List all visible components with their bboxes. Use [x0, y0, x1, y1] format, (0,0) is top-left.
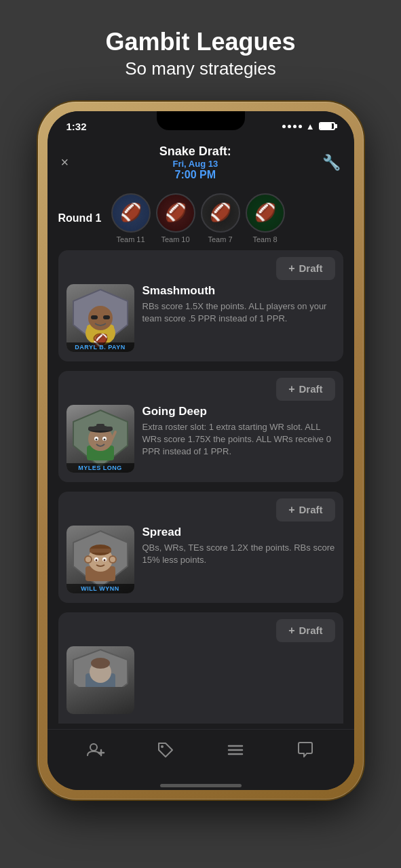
phone-inner: 1:32 ▲ × Snake Draft: Fri, Aug 13 7:00 P…: [47, 111, 354, 790]
draft-time: 7:00 PM: [159, 169, 231, 181]
close-button[interactable]: ×: [61, 155, 69, 170]
card-body-partial: [58, 646, 343, 724]
team-avatar-8: 🏈: [246, 193, 285, 233]
plus-icon: +: [288, 383, 294, 395]
page-title: Gambit Leagues: [105, 27, 295, 56]
svg-rect-23: [90, 549, 111, 553]
football-icon: 🏈: [165, 202, 187, 223]
battery-fill: [320, 123, 332, 129]
page-subtitle: So many strategies: [105, 56, 295, 81]
plus-icon: +: [288, 262, 294, 275]
plus-icon: +: [288, 504, 294, 516]
strategy-card-going-deep: + Draft: [58, 371, 343, 482]
character-svg-going-deep: [66, 405, 134, 473]
add-player-icon: [86, 741, 105, 760]
status-time: 1:32: [66, 121, 87, 132]
card-body-smashmouth: DARYL B. PAYN Smashmouth RBs score 1.5X …: [58, 284, 343, 361]
phone-frame: 1:32 ▲ × Snake Draft: Fri, Aug 13 7:00 P…: [38, 102, 364, 800]
svg-point-28: [95, 559, 97, 561]
card-body-spread: WILL WYNN Spread QBs, WRs, TEs score 1.2…: [58, 526, 343, 603]
strategy-desc-going-deep: Extra roster slot: 1 extra starting WR s…: [142, 421, 335, 458]
team-label-11: Team 11: [116, 235, 145, 243]
svg-point-34: [90, 744, 97, 751]
card-top-partial: + Draft: [58, 612, 343, 646]
football-icon: 🏈: [120, 202, 142, 223]
status-icons: ▲: [282, 121, 335, 132]
character-name-smashmouth: DARYL B. PAYN: [66, 342, 134, 352]
svg-point-6: [94, 334, 107, 343]
strategy-info-spread: Spread QBs, WRs, TEs score 1.2X the poin…: [142, 526, 335, 566]
settings-button[interactable]: 🔧: [322, 154, 341, 172]
card-top-spread: + Draft: [58, 492, 343, 526]
round-row: Round 1 🏈 Team 11 🏈 Team 10 🏈 Team 7: [47, 186, 354, 250]
team-item-7[interactable]: 🏈 Team 7: [201, 193, 240, 243]
team-item-8[interactable]: 🏈 Team 8: [246, 193, 285, 243]
strategy-card-smashmouth: + Draft: [58, 250, 343, 361]
draft-label-smashmouth: Draft: [299, 262, 322, 274]
draft-title: Snake Draft:: [159, 144, 231, 159]
draft-button-spread[interactable]: + Draft: [276, 498, 335, 521]
team-avatar-7: 🏈: [201, 193, 240, 233]
avatar-going-deep: MYLES LONG: [66, 405, 134, 473]
nav-item-chat[interactable]: [296, 741, 315, 760]
draft-button-smashmouth[interactable]: + Draft: [276, 257, 335, 280]
strategy-list: + Draft: [47, 250, 354, 603]
plus-icon: +: [288, 625, 294, 637]
strategy-desc-smashmouth: RBs score 1.5X the points. ALL players o…: [142, 300, 335, 325]
football-icon: 🏈: [210, 202, 231, 223]
strategy-name-smashmouth: Smashmouth: [142, 284, 335, 298]
team-avatar-11: 🏈: [111, 193, 151, 233]
svg-rect-5: [103, 315, 110, 319]
notch: [157, 111, 245, 130]
team-avatar-10: 🏈: [156, 193, 195, 233]
avatar-spread: WILL WYNN: [66, 526, 134, 593]
strategy-name-spread: Spread: [142, 526, 335, 539]
draft-button-going-deep[interactable]: + Draft: [276, 378, 335, 401]
card-top-smashmouth: + Draft: [58, 250, 343, 284]
tag-icon: [156, 741, 175, 760]
draft-label-spread: Draft: [299, 504, 322, 515]
svg-rect-4: [91, 315, 98, 319]
strategy-info-smashmouth: Smashmouth RBs score 1.5X the points. AL…: [142, 284, 335, 325]
app-header: × Snake Draft: Fri, Aug 13 7:00 PM 🔧: [47, 136, 354, 186]
avatar-smashmouth: DARYL B. PAYN: [66, 284, 134, 352]
round-label: Round 1: [58, 212, 106, 224]
nav-item-tag[interactable]: [156, 741, 175, 760]
draft-label-going-deep: Draft: [299, 383, 322, 395]
team-item-11[interactable]: 🏈 Team 11: [111, 193, 151, 243]
signal-dots: [282, 125, 302, 128]
nav-item-add-player[interactable]: [86, 741, 105, 760]
character-svg-spread: [66, 526, 134, 593]
draft-button-partial[interactable]: + Draft: [276, 619, 335, 642]
svg-point-16: [95, 438, 97, 440]
strategy-desc-spread: QBs, WRs, TEs score 1.2X the points. RBs…: [142, 542, 335, 566]
draft-label-partial: Draft: [299, 625, 322, 636]
card-body-going-deep: MYLES LONG Going Deep Extra roster slot:…: [58, 405, 343, 482]
team-label-10: Team 10: [161, 235, 189, 243]
page-header: Gambit Leagues So many strategies: [105, 27, 295, 81]
home-indicator: [47, 778, 354, 790]
strategy-info-going-deep: Going Deep Extra roster slot: 1 extra st…: [142, 405, 335, 458]
svg-point-33: [91, 658, 110, 669]
bottom-nav: [47, 729, 354, 778]
team-item-10[interactable]: 🏈 Team 10: [156, 193, 195, 243]
strategy-card-partial: + Draft: [58, 612, 343, 724]
wifi-icon: ▲: [306, 121, 315, 132]
character-name-going-deep: MYLES LONG: [66, 463, 134, 473]
list-icon: [226, 741, 245, 760]
nav-item-list[interactable]: [226, 741, 245, 760]
svg-point-25: [109, 556, 116, 563]
character-svg-smashmouth: [66, 284, 134, 352]
strategy-name-going-deep: Going Deep: [142, 405, 335, 418]
home-bar: [160, 784, 242, 787]
card-top-going-deep: + Draft: [58, 371, 343, 405]
svg-point-37: [161, 745, 164, 748]
football-icon: 🏈: [254, 202, 276, 223]
team-label-7: Team 7: [208, 235, 232, 243]
svg-point-17: [103, 438, 105, 440]
draft-date: Fri, Aug 13: [159, 159, 231, 169]
battery-icon: [319, 122, 335, 130]
chat-icon: [296, 741, 315, 760]
header-title-block: Snake Draft: Fri, Aug 13 7:00 PM: [159, 144, 231, 181]
svg-point-24: [85, 556, 92, 563]
